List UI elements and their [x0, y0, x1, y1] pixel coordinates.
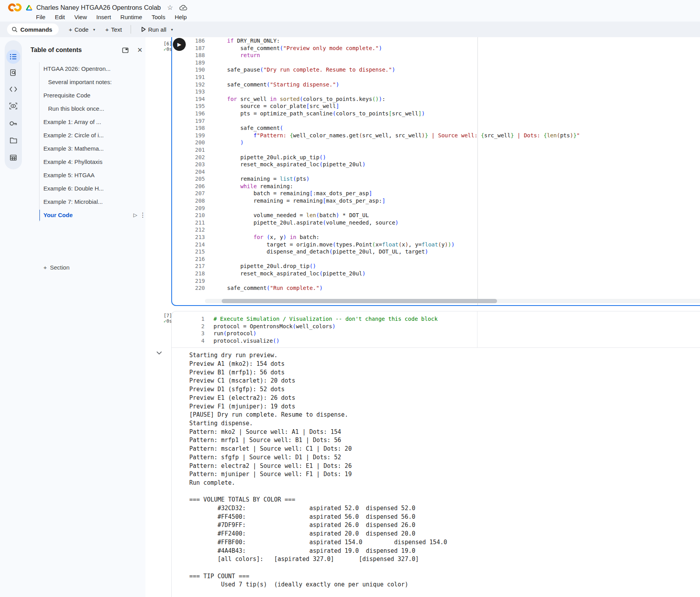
code-line[interactable]: 189 — [172, 59, 700, 67]
toc-item[interactable]: Several important notes: — [39, 76, 145, 89]
open-in-tab-icon[interactable] — [122, 47, 129, 53]
commands-button[interactable]: Commands — [7, 23, 59, 35]
code-line[interactable]: 208 remaining = remaining[max_dots_per_a… — [172, 197, 700, 205]
code-cell-7[interactable]: 1# Execute Simulation / Visualization --… — [171, 311, 700, 597]
code-line[interactable]: 191 — [172, 74, 700, 81]
code-line[interactable]: 219 — [172, 277, 700, 285]
line-number: 217 — [172, 263, 205, 270]
code-line[interactable]: 192 safe_comment("Starting dispense.") — [172, 81, 700, 88]
toc-item[interactable]: Example 6: Double H... — [39, 182, 145, 195]
check-icon: ✓ — [163, 47, 166, 52]
code-line[interactable]: 195 source = color_plate[src_well] — [172, 102, 700, 110]
secrets-icon[interactable] — [6, 116, 20, 130]
chevron-down-icon[interactable]: ▾ — [171, 27, 173, 32]
code-line[interactable]: 220 safe_comment("Run complete.") — [172, 284, 700, 292]
code-line[interactable]: 204 — [172, 168, 700, 176]
code-line[interactable]: 211 pipette_20ul.aspirate(volume_needed,… — [172, 219, 700, 227]
code-line[interactable]: 203 reset_mock_aspirated_loc(pipette_20u… — [172, 161, 700, 168]
code-line[interactable]: 217 pipette_20ul.drop_tip() — [172, 263, 700, 270]
run-section-icon[interactable]: ▷ — [133, 209, 137, 222]
kebab-menu-icon[interactable]: ⋮ — [140, 209, 145, 222]
line-number: 214 — [172, 241, 205, 248]
find-replace-icon[interactable] — [6, 66, 20, 80]
toc-item[interactable]: Prerequisite Code — [39, 89, 145, 102]
code-line[interactable]: 198 safe_comment( — [172, 124, 700, 132]
menu-tools[interactable]: Tools — [147, 14, 170, 20]
menu-insert[interactable]: Insert — [92, 14, 116, 20]
code-line[interactable]: 3run(protocol) — [172, 330, 700, 337]
notebook-title[interactable]: Charles Naney HTGAA26 Opentrons Colab — [36, 4, 161, 11]
menu-view[interactable]: View — [70, 14, 92, 20]
add-section-button[interactable]: + Section — [43, 264, 70, 271]
toc-item[interactable]: Example 4: Phyllotaxis — [39, 155, 145, 169]
cell6-code-editor[interactable]: 186 if DRY_RUN_ONLY:187 safe_comment("Pr… — [172, 37, 700, 292]
code-line[interactable]: 194 for src_well in sorted(colors_to_poi… — [172, 95, 700, 103]
code-line[interactable]: 196 pts = optimize_path_scanline(colors_… — [172, 110, 700, 117]
line-number: 4 — [172, 337, 205, 345]
code-line[interactable]: 190 safe_pause("Dry run complete. Resume… — [172, 66, 700, 74]
close-icon[interactable]: × — [137, 46, 142, 54]
horizontal-scrollbar[interactable] — [205, 299, 700, 303]
run-all-label: Run all — [148, 26, 167, 33]
toc-list: HTGAA 2026: Opentron...Several important… — [39, 62, 145, 222]
scrollbar-thumb[interactable] — [222, 299, 497, 303]
menu-edit[interactable]: Edit — [50, 14, 70, 20]
code-line[interactable]: 218 reset_mock_aspirated_loc(pipette_20u… — [172, 270, 700, 277]
code-line[interactable]: 197 — [172, 117, 700, 125]
toc-item[interactable]: Run this block once... — [39, 102, 145, 115]
cell7-code-editor[interactable]: 1# Execute Simulation / Visualization --… — [172, 311, 700, 348]
code-line[interactable]: 214 target = origin.move(types.Point(x=f… — [172, 241, 700, 248]
line-number: 189 — [172, 59, 205, 67]
code-line[interactable]: 216 — [172, 255, 700, 263]
files-icon[interactable] — [6, 133, 20, 147]
code-line[interactable]: 1# Execute Simulation / Visualization --… — [172, 315, 700, 323]
code-line[interactable]: 212 — [172, 226, 700, 234]
toc-item[interactable]: Example 7: Microbial... — [39, 195, 145, 209]
add-code-button[interactable]: + Code ▾ — [69, 26, 95, 33]
run-all-button[interactable]: Run all ▾ — [141, 26, 173, 33]
code-line[interactable]: 187 safe_comment("Preview only mode comp… — [172, 45, 700, 52]
code-line[interactable]: 207 batch = remaining[:max_dots_per_asp] — [172, 190, 700, 197]
code-line[interactable]: 213 for (x, y) in batch: — [172, 234, 700, 241]
collapse-output-chevron-icon[interactable] — [156, 351, 162, 355]
code-line[interactable]: 201 — [172, 146, 700, 154]
line-number: 205 — [172, 175, 205, 183]
star-outline-icon[interactable]: ☆ — [167, 4, 173, 12]
menu-file[interactable]: File — [31, 14, 50, 20]
code-line[interactable]: 193 — [172, 88, 700, 95]
code-line[interactable]: 2protocol = OpentronsMock(well_colors) — [172, 323, 700, 330]
code-line[interactable]: 205 remaining = list(pts) — [172, 175, 700, 183]
code-snippets-icon[interactable] — [6, 82, 20, 96]
code-line[interactable]: 4protocol.visualize() — [172, 337, 700, 345]
code-line[interactable]: 200 ) — [172, 139, 700, 146]
code-line[interactable]: 188 return — [172, 52, 700, 59]
code-line[interactable]: 209 — [172, 205, 700, 212]
table-of-contents-icon[interactable] — [6, 50, 20, 64]
code-cell-6[interactable]: ▶ 186 if DRY_RUN_ONLY:187 safe_comment("… — [171, 37, 700, 306]
cloud-saved-icon[interactable] — [179, 5, 187, 11]
code-line[interactable]: 215 dispense_and_detach(pipette_20ul, DO… — [172, 248, 700, 255]
variable-inspector-icon[interactable] — [6, 99, 20, 113]
colab-logo[interactable] — [8, 2, 22, 13]
data-table-icon[interactable] — [6, 151, 20, 165]
line-number: 3 — [172, 330, 205, 337]
menu-runtime[interactable]: Runtime — [116, 14, 147, 20]
cell7-exec-badge: [7] ✓0s — [154, 313, 172, 324]
toc-item[interactable]: Example 5: HTGAA — [39, 169, 145, 182]
header: Charles Naney HTGAA26 Opentrons Colab ☆ … — [0, 0, 700, 22]
code-line[interactable]: 202 pipette_20ul.pick_up_tip() — [172, 154, 700, 161]
add-text-button[interactable]: + Text — [105, 26, 122, 33]
icon-rail — [5, 40, 22, 169]
toc-item[interactable]: Example 2: Circle of i... — [39, 129, 145, 142]
run-cell-button[interactable]: ▶ — [173, 38, 186, 51]
code-line[interactable]: 210 volume_needed = len(batch) * DOT_UL — [172, 212, 700, 219]
toc-item-active[interactable]: Your Code▷⋮ — [39, 209, 145, 222]
toc-item[interactable]: Example 3: Mathema... — [39, 142, 145, 155]
code-line[interactable]: 206 while remaining: — [172, 183, 700, 190]
code-line[interactable]: 186 if DRY_RUN_ONLY: — [172, 37, 700, 45]
toc-item[interactable]: HTGAA 2026: Opentron... — [39, 62, 145, 76]
toc-item[interactable]: Example 1: Array of ... — [39, 115, 145, 129]
code-line[interactable]: 199 f"Pattern: {well_color_names.get(src… — [172, 132, 700, 139]
chevron-down-icon[interactable]: ▾ — [93, 27, 95, 32]
menu-help[interactable]: Help — [170, 14, 192, 20]
